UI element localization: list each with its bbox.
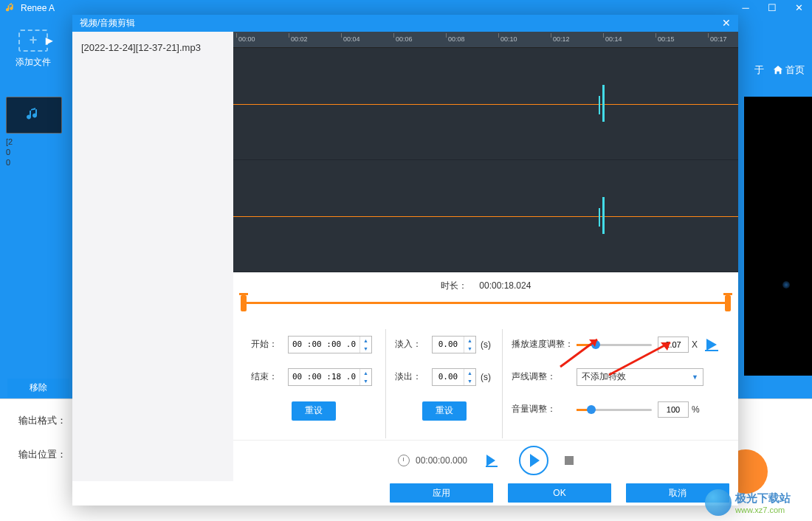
chevron-down-icon: ▼: [692, 373, 698, 381]
seconds-unit: (s): [481, 339, 491, 350]
remove-button[interactable]: 移除: [7, 379, 69, 397]
video-preview-panel: [744, 97, 812, 376]
spin-up-icon[interactable]: ▲: [464, 369, 475, 377]
file-thumbnail[interactable]: [6, 97, 62, 134]
app-title: Renee A: [21, 3, 55, 13]
home-icon: [773, 65, 783, 75]
minimize-button[interactable]: ─: [732, 0, 759, 15]
spin-down-icon[interactable]: ▼: [360, 345, 371, 353]
main-window-titlebar: Renee A: [0, 0, 812, 15]
file-meta: [2 0 0: [6, 137, 68, 168]
fade-in-label: 淡入：: [395, 338, 432, 351]
dialog-titlebar: 视频/音频剪辑 ✕: [72, 15, 738, 32]
audio-trim-dialog: 视频/音频剪辑 ✕ [2022-12-24][12-37-21].mp3 00:…: [72, 15, 738, 506]
spin-up-icon[interactable]: ▲: [360, 337, 371, 345]
start-time-input[interactable]: [289, 338, 359, 351]
fade-out-label: 淡出：: [395, 370, 432, 383]
volume-value-input[interactable]: [658, 401, 689, 418]
add-file-label: 添加文件: [16, 56, 51, 69]
ok-button[interactable]: OK: [508, 483, 611, 503]
spin-up-icon[interactable]: ▲: [360, 369, 371, 377]
clock-icon: [398, 455, 410, 466]
globe-icon: [705, 489, 732, 516]
spin-down-icon[interactable]: ▼: [360, 377, 371, 385]
file-list-panel: [2022-12-24][12-37-21].mp3: [72, 32, 233, 481]
speed-label: 播放速度调整：: [512, 338, 577, 351]
waveform-channel-left: [233, 48, 738, 160]
end-label: 结束：: [251, 370, 288, 383]
reset-fade-button[interactable]: 重设: [422, 401, 467, 421]
playback-time: 00:00:00.000: [416, 455, 467, 466]
end-time-spinner[interactable]: ▲▼: [288, 368, 372, 386]
fade-in-input[interactable]: [433, 338, 464, 351]
fade-in-spinner[interactable]: ▲▼: [432, 336, 476, 353]
timeline-ruler[interactable]: 00:00 00:02 00:04 00:06 00:08 00:10 00:1…: [233, 32, 738, 48]
waveform-channel-right: [233, 160, 738, 272]
music-note-icon: [24, 106, 44, 124]
add-file-icon: +: [18, 30, 48, 52]
about-link[interactable]: 于: [754, 63, 764, 77]
stop-button[interactable]: [565, 456, 574, 465]
svg-rect-5: [486, 466, 498, 467]
trim-handle-start[interactable]: [241, 295, 247, 311]
dialog-title: 视频/音频剪辑: [80, 17, 135, 30]
end-time-input[interactable]: [289, 370, 359, 383]
play-button[interactable]: [519, 446, 548, 475]
playback-controls: 00:00:00.000: [233, 440, 738, 481]
speed-unit: X: [692, 339, 698, 350]
watermark-logo: 极光下载站 www.xz7.com: [705, 484, 808, 521]
volume-label: 音量调整：: [512, 403, 577, 415]
svg-rect-0: [705, 350, 718, 351]
start-time-spinner[interactable]: ▲▼: [288, 336, 372, 353]
spin-down-icon[interactable]: ▼: [464, 377, 475, 385]
step-forward-button[interactable]: [484, 452, 503, 469]
preview-speed-button[interactable]: [703, 337, 720, 353]
window-controls: ─ ☐ ✕: [732, 0, 812, 15]
file-list-item[interactable]: [2022-12-24][12-37-21].mp3: [72, 32, 233, 63]
pitch-label: 声线调整：: [512, 370, 577, 383]
seconds-unit: (s): [481, 372, 491, 382]
add-file-button[interactable]: + 添加文件: [0, 15, 66, 82]
waveform-display[interactable]: [233, 48, 738, 272]
home-link[interactable]: 首页: [773, 63, 805, 77]
close-button[interactable]: ✕: [785, 0, 812, 15]
pitch-select[interactable]: 不添加特效 ▼: [577, 368, 703, 386]
reset-time-button[interactable]: 重设: [292, 401, 336, 421]
fade-out-input[interactable]: [433, 370, 464, 383]
duration-value: 00:00:18.024: [479, 280, 531, 291]
speed-slider-thumb[interactable]: [591, 340, 600, 349]
app-music-icon: [6, 3, 16, 13]
duration-label: 时长：: [441, 280, 467, 291]
spin-down-icon[interactable]: ▼: [464, 345, 475, 353]
volume-unit: %: [692, 404, 700, 415]
trim-range-slider[interactable]: [241, 297, 731, 310]
volume-slider[interactable]: [577, 403, 652, 416]
pitch-value: 不添加特效: [582, 370, 626, 383]
start-label: 开始：: [251, 338, 288, 351]
speed-value-input[interactable]: [658, 337, 689, 353]
trim-handle-end[interactable]: [725, 295, 731, 311]
apply-button[interactable]: 应用: [390, 483, 493, 503]
volume-slider-thumb[interactable]: [587, 405, 596, 414]
speed-slider[interactable]: [577, 338, 652, 351]
fade-out-spinner[interactable]: ▲▼: [432, 368, 476, 386]
dialog-close-button[interactable]: ✕: [722, 17, 731, 29]
spin-up-icon[interactable]: ▲: [464, 337, 475, 345]
maximize-button[interactable]: ☐: [759, 0, 785, 15]
